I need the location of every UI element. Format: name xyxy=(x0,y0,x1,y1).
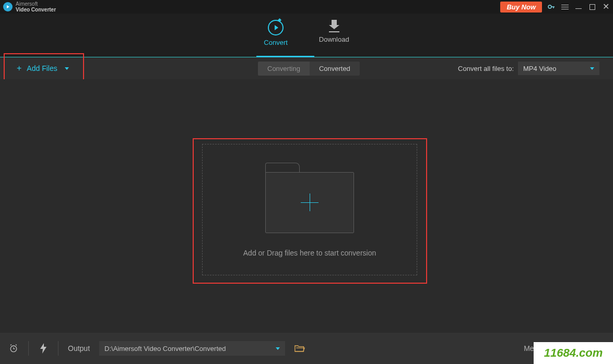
svg-point-0 xyxy=(548,5,551,8)
chevron-down-icon xyxy=(65,67,69,70)
menu-icon[interactable] xyxy=(561,3,569,11)
status-segmented: Converting Converted xyxy=(258,62,360,76)
tab-converting[interactable]: Converting xyxy=(258,62,310,76)
add-files-label: Add Files xyxy=(27,64,57,72)
watermark: 11684.com xyxy=(534,342,613,364)
convert-all-label: Convert all files to: xyxy=(458,65,514,72)
titlebar: Aimersoft Video Converter Buy Now ✕ xyxy=(0,0,613,14)
toolbar: + Add Files Converting Converted Convert… xyxy=(0,57,613,79)
add-files-button[interactable]: + Add Files xyxy=(17,64,69,73)
gpu-accel-icon[interactable] xyxy=(38,343,49,354)
output-format-value: MP4 Video xyxy=(523,65,556,72)
app-title: Aimersoft Video Converter xyxy=(16,1,56,13)
output-path-select[interactable]: D:\Aimersoft Video Converter\Converted xyxy=(99,341,285,356)
output-label: Output xyxy=(68,344,90,353)
tab-convert-label: Convert xyxy=(264,39,288,46)
drop-hint-text: Add or Drag files here to start conversi… xyxy=(243,249,376,257)
tab-converted[interactable]: Converted xyxy=(310,62,360,76)
register-key-icon[interactable] xyxy=(547,3,556,11)
divider xyxy=(28,341,29,356)
output-path-value: D:\Aimersoft Video Converter\Converted xyxy=(104,345,226,353)
main-area: Add or Drag files here to start conversi… xyxy=(0,79,613,333)
chevron-down-icon xyxy=(590,67,594,70)
convert-icon xyxy=(268,20,284,35)
tab-download-label: Download xyxy=(319,35,349,43)
plus-icon: + xyxy=(17,64,21,73)
folder-icon xyxy=(265,163,354,233)
browse-folder-button[interactable] xyxy=(294,343,305,354)
tab-download[interactable]: Download xyxy=(319,14,349,57)
chevron-down-icon xyxy=(276,347,280,350)
app-logo-icon xyxy=(3,2,13,11)
bottom-bar: Output D:\Aimersoft Video Converter\Conv… xyxy=(0,333,613,364)
maximize-button[interactable] xyxy=(588,3,596,11)
tab-convert[interactable]: Convert xyxy=(264,14,288,57)
divider xyxy=(58,341,58,356)
close-button[interactable]: ✕ xyxy=(602,3,610,11)
main-nav: Convert Download xyxy=(0,14,613,57)
output-format-select[interactable]: MP4 Video xyxy=(518,62,599,75)
minimize-button[interactable] xyxy=(574,3,583,11)
download-icon xyxy=(328,20,340,32)
buy-now-button[interactable]: Buy Now xyxy=(500,2,542,13)
schedule-icon[interactable] xyxy=(8,343,19,354)
drop-zone[interactable]: Add or Drag files here to start conversi… xyxy=(202,144,417,275)
